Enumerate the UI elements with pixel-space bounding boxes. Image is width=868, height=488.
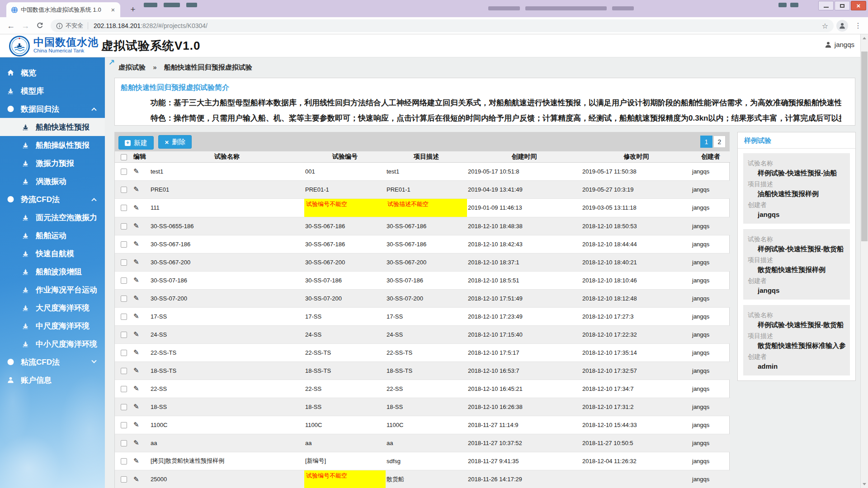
intro-title[interactable]: 船舶快速性回归预报虚拟试验简介	[121, 83, 855, 93]
row-checkbox[interactable]	[121, 458, 127, 465]
edit-pencil-icon[interactable]: ✎	[133, 276, 139, 284]
info-icon[interactable]	[56, 23, 63, 29]
sidebar-item[interactable]: 面元法空泡激振力	[0, 208, 105, 226]
sidebar-item[interactable]: 账户信息	[0, 371, 105, 389]
sidebar-item[interactable]: 涡激振动	[0, 172, 105, 190]
row-checkbox[interactable]	[121, 386, 127, 392]
select-all-checkbox[interactable]	[121, 154, 127, 160]
edit-pencil-icon[interactable]: ✎	[133, 167, 139, 175]
sidebar-item[interactable]: 模型库	[0, 82, 105, 100]
scroll-up-icon[interactable]	[861, 34, 868, 42]
sidebar-item[interactable]: 中小尺度海洋环境	[0, 335, 105, 353]
cell-creator: jangqs	[691, 398, 730, 416]
cell-modified-time: 2018-12-10 17:31:2	[581, 398, 691, 416]
browser-menu-icon[interactable]: ⋮	[854, 20, 862, 31]
edit-pencil-icon[interactable]: ✎	[133, 421, 139, 428]
row-checkbox[interactable]	[121, 368, 127, 374]
scroll-down-icon[interactable]	[861, 480, 868, 488]
edit-pencil-icon[interactable]: ✎	[133, 240, 139, 248]
row-checkbox[interactable]	[121, 404, 127, 410]
window-maximize-button[interactable]	[835, 1, 850, 10]
sidebar-item[interactable]: 概览	[0, 64, 105, 82]
edit-pencil-icon[interactable]: ✎	[133, 294, 139, 302]
edit-pencil-icon[interactable]: ✎	[133, 457, 139, 465]
sidebar-item[interactable]: 船舶波浪增阻	[0, 263, 105, 281]
window-minimize-button[interactable]	[818, 1, 834, 10]
delete-button[interactable]: × 删除	[158, 135, 192, 149]
row-checkbox[interactable]	[121, 241, 127, 248]
new-tab-button[interactable]: +	[127, 5, 138, 14]
edit-pencil-icon[interactable]: ✎	[133, 475, 139, 483]
row-checkbox[interactable]	[121, 169, 127, 175]
row-checkbox[interactable]	[121, 422, 127, 428]
sidebar-item[interactable]: 大尺度海洋环境	[0, 299, 105, 317]
layout-toggle-icon[interactable]	[108, 59, 115, 67]
edit-pencil-icon[interactable]: ✎	[133, 204, 139, 211]
cell-created-time: 2018-12-10 17:15:40	[467, 325, 581, 343]
scrollbar-thumb[interactable]	[861, 52, 868, 241]
cell-created-time: 2018-12-10 17:23:49	[467, 307, 581, 325]
cell-experiment-name: 22-SS-TS	[150, 343, 304, 361]
row-checkbox[interactable]	[121, 223, 127, 230]
cell-creator: jangqs	[691, 235, 730, 253]
sidebar-item[interactable]: 激振力预报	[0, 154, 105, 172]
page-button-1[interactable]: 1	[700, 136, 712, 148]
sample-experiment-card[interactable]: 试验名称样例试验-快速性预报-散货船项目描述散货船快速性预报样例创建者jangq…	[743, 229, 850, 300]
browser-tab[interactable]: 中国数值水池虚拟试验系统 1.0 ×	[6, 2, 120, 17]
edit-pencil-icon[interactable]: ✎	[133, 312, 139, 320]
row-checkbox[interactable]	[121, 259, 127, 266]
sample-experiment-card[interactable]: 试验名称样例试验-快速性预报-散货船项目描述散货船快速性预报标准输入参考创建者a…	[743, 305, 850, 375]
new-button[interactable]: + 新建	[118, 136, 154, 150]
forward-icon[interactable]: →	[20, 20, 31, 31]
edit-pencil-icon[interactable]: ✎	[133, 385, 139, 392]
row-checkbox[interactable]	[121, 476, 127, 483]
reload-icon[interactable]	[34, 20, 45, 31]
row-checkbox[interactable]	[121, 296, 127, 302]
edit-pencil-icon[interactable]: ✎	[133, 348, 139, 356]
edit-pencil-icon[interactable]: ✎	[133, 330, 139, 338]
window-close-button[interactable]: ×	[851, 1, 866, 10]
row-checkbox[interactable]	[121, 314, 127, 320]
edit-pencil-icon[interactable]: ✎	[133, 258, 139, 266]
sidebar-item[interactable]: 数据回归法	[0, 100, 105, 118]
row-checkbox[interactable]	[121, 205, 127, 211]
edit-pencil-icon[interactable]: ✎	[133, 185, 139, 193]
cell-modified-time: 2018-12-10 18:44:44	[581, 235, 691, 253]
sample-experiment-card[interactable]: 试验名称样例试验-快速性预报-油船项目描述油船快速性预报样例创建者jangqs	[743, 153, 850, 224]
sample-description-value: 油船快速性预报样例	[748, 190, 845, 198]
sidebar-item-label: 大尺度海洋环境	[36, 303, 90, 313]
browser-profile-avatar[interactable]	[836, 20, 848, 32]
cell-project-description: 17-SS	[386, 307, 467, 325]
user-icon	[6, 376, 15, 384]
user-account[interactable]: jangqs	[825, 41, 854, 48]
sidebar-item[interactable]: 粘流CFD法	[0, 353, 105, 371]
validation-error-label: 试验编号不能空	[304, 199, 386, 217]
row-checkbox[interactable]	[121, 187, 127, 193]
row-checkbox[interactable]	[121, 332, 127, 338]
sidebar-item[interactable]: 船舶快速性预报	[0, 118, 105, 136]
row-checkbox[interactable]	[121, 440, 127, 446]
edit-pencil-icon[interactable]: ✎	[133, 403, 139, 410]
tab-close-icon[interactable]: ×	[109, 6, 117, 13]
edit-pencil-icon[interactable]: ✎	[133, 366, 139, 374]
cell-project-description: test1	[386, 162, 467, 180]
address-bar[interactable]: 不安全 202.118.184.201 :8282/#/projects/K03…	[51, 19, 834, 32]
page-scrollbar[interactable]	[860, 34, 868, 488]
page-button-2[interactable]: 2	[713, 136, 726, 148]
sidebar-item[interactable]: 快速自航模	[0, 244, 105, 263]
bookmark-star-icon[interactable]: ☆	[822, 22, 828, 30]
back-icon[interactable]: ←	[5, 20, 16, 31]
sidebar-item[interactable]: 船舶运动	[0, 226, 105, 244]
sidebar-item[interactable]: 船舶操纵性预报	[0, 136, 105, 154]
cell-creator: jangqs	[691, 162, 730, 180]
sidebar-item[interactable]: 中尺度海洋环境	[0, 317, 105, 335]
column-header: 试验名称	[150, 151, 304, 162]
sidebar-item[interactable]: 势流CFD法	[0, 190, 105, 208]
breadcrumb-root[interactable]: 虚拟试验	[118, 63, 146, 71]
row-checkbox[interactable]	[121, 277, 127, 284]
cell-project-description: 24-SS	[386, 325, 467, 343]
row-checkbox[interactable]	[121, 350, 127, 356]
sidebar-item[interactable]: 作业海况平台运动	[0, 281, 105, 299]
edit-pencil-icon[interactable]: ✎	[133, 439, 139, 446]
edit-pencil-icon[interactable]: ✎	[133, 222, 139, 230]
